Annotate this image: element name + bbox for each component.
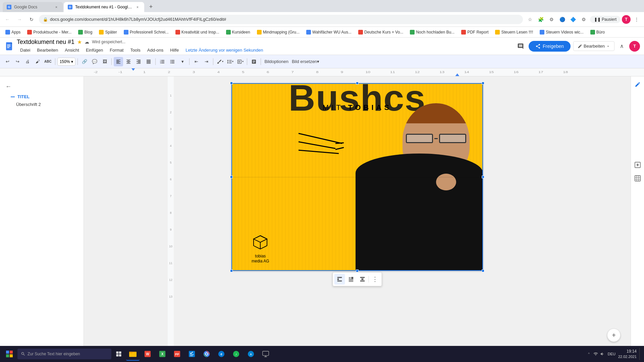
extension-icon-3[interactable]: 🔵 xyxy=(558,15,567,24)
taskbar-explorer-app[interactable] xyxy=(126,347,140,361)
show-desktop-button[interactable] xyxy=(639,348,641,360)
last-changed[interactable]: Letzte Änderung vor wenigen Sekunden xyxy=(182,46,266,54)
img-toolbar-inline-btn[interactable] xyxy=(334,274,345,285)
docs-canvas[interactable]: 1 2 3 4 5 6 7 8 9 10 11 12 13 xyxy=(84,76,631,362)
right-panel-plus-icon[interactable] xyxy=(632,160,643,170)
taskbar-todo-app[interactable] xyxy=(185,347,199,361)
settings-icon[interactable]: ⋮ xyxy=(632,15,641,24)
url-bar[interactable]: 🔒 docs.google.com/document/d/1hUH8k6h7Lb… xyxy=(39,15,523,24)
task-view-button[interactable] xyxy=(113,348,125,360)
bookmark-produktsuche[interactable]: Produktsuche - Mer... xyxy=(24,28,74,36)
taskbar-powerpoint-app[interactable]: PP xyxy=(170,347,184,361)
more-list-button[interactable]: ▾ xyxy=(178,57,187,66)
menu-format[interactable]: Format xyxy=(106,46,127,54)
docs-document-title[interactable]: Textdokument neu #1 xyxy=(17,39,74,46)
bookmark-steuern[interactable]: Steuern Lesen !!!! xyxy=(492,28,536,36)
forward-button[interactable]: → xyxy=(15,15,24,24)
menu-hilfe[interactable]: Hilfe xyxy=(167,46,182,54)
sidebar-überschrift2-item[interactable]: Überschrift 2 xyxy=(0,101,84,108)
spell-check-button[interactable]: ABC xyxy=(43,57,53,66)
tray-network-icon[interactable] xyxy=(593,351,598,357)
taskbar-office-app[interactable]: W xyxy=(141,347,154,361)
align-center-button[interactable] xyxy=(124,57,133,66)
selected-image-container[interactable]: Bushcs MIT TOBIAS xyxy=(231,83,483,271)
cloud-icon[interactable]: ☁ xyxy=(85,39,89,45)
menu-datei[interactable]: Datei xyxy=(17,46,34,54)
numbered-list-button[interactable] xyxy=(158,57,167,66)
sidebar-back-button[interactable]: ← xyxy=(0,80,84,93)
menu-ansicht[interactable]: Ansicht xyxy=(61,46,83,54)
redo-button[interactable]: ↪ xyxy=(13,57,22,66)
zoom-selector[interactable]: 150% ▾ xyxy=(57,58,76,66)
bookmark-pdf[interactable]: PDF Report xyxy=(459,28,491,36)
taskbar-clock[interactable]: 19:14 22.02.2021 xyxy=(618,349,637,359)
print-button[interactable]: 🖨 xyxy=(23,57,32,66)
comment-toolbar-button[interactable]: 💬 xyxy=(90,57,99,66)
highlight-color-button[interactable]: ▾ xyxy=(215,57,225,66)
handle-bl[interactable] xyxy=(230,269,233,272)
taskbar-anki-app[interactable]: A xyxy=(244,347,258,361)
image-toolbar-button[interactable]: 🖼 xyxy=(100,57,109,66)
img-toolbar-more-btn[interactable]: ⋮ xyxy=(370,274,380,285)
start-button[interactable] xyxy=(3,347,16,361)
bookmark-kreativität[interactable]: Kreativität und Insp... xyxy=(173,28,222,36)
float-add-button[interactable]: + xyxy=(607,328,621,342)
language-indicator[interactable]: DEU xyxy=(608,352,615,356)
bullet-list-button[interactable] xyxy=(168,57,177,66)
tab-textdokument[interactable]: D Textdokument neu #1 - Google ... × xyxy=(64,2,144,12)
extension-icon-1[interactable]: 🧩 xyxy=(536,15,546,24)
expand-button[interactable]: ∧ xyxy=(617,42,627,51)
bookmark-steuern-videos[interactable]: Steuern Videos wic... xyxy=(537,28,586,36)
taskbar-excel-app[interactable]: X xyxy=(156,347,169,361)
taskbar-search[interactable]: Zur Suche Text hier eingeben xyxy=(17,349,111,359)
columns-button[interactable]: ▾ xyxy=(235,57,245,66)
tab-google-docs[interactable]: G Google Docs × xyxy=(3,2,63,12)
bookmark-apps[interactable]: Apps xyxy=(3,28,23,36)
bookmark-später[interactable]: Später xyxy=(96,28,119,36)
handle-bm[interactable] xyxy=(356,269,359,272)
handle-br[interactable] xyxy=(482,269,484,272)
bookmark-wahlfächer[interactable]: Wahlfächer WU Aus... xyxy=(304,28,354,36)
img-toolbar-wrap-btn[interactable] xyxy=(346,274,357,285)
line-spacing-button[interactable]: ▾ xyxy=(225,57,235,66)
handle-mr[interactable] xyxy=(482,176,484,178)
paint-format-button[interactable]: 🖌 xyxy=(33,57,42,66)
bookmark-noch[interactable]: Noch hochladen Bu... xyxy=(407,28,457,36)
sidebar-titel-heading[interactable]: TITEL xyxy=(0,93,84,101)
right-panel-table-icon[interactable] xyxy=(632,173,643,184)
edit-mode-button[interactable]: Bearbeiten xyxy=(573,41,614,51)
taskbar-chrome-app[interactable] xyxy=(200,347,213,361)
comments-button[interactable] xyxy=(515,41,526,52)
taskbar-desktop-app[interactable] xyxy=(259,347,272,361)
align-justify-button[interactable] xyxy=(144,57,153,66)
align-left-button[interactable] xyxy=(114,57,123,66)
align-right-button[interactable] xyxy=(134,57,143,66)
handle-ml[interactable] xyxy=(230,176,233,178)
bildoptionen-button[interactable]: Bildoptionen xyxy=(263,57,290,66)
decrease-indent-button[interactable]: ⇤ xyxy=(192,57,201,66)
handle-tl[interactable] xyxy=(230,82,233,84)
bookmark-büro[interactable]: Büro xyxy=(588,28,607,36)
bookmark-blog[interactable]: Blog xyxy=(75,28,95,36)
bookmark-kursideen[interactable]: Kursideen xyxy=(223,28,253,36)
bookmark-star-icon[interactable]: ☆ xyxy=(526,15,535,24)
menu-einfügen[interactable]: Einfügen xyxy=(83,46,106,54)
pause-button[interactable]: ❚❚ Pausiert xyxy=(590,16,621,23)
taskbar-apps-icon-8[interactable]: ♪ xyxy=(229,347,243,361)
bookmark-professionell[interactable]: Professionell Schrei... xyxy=(121,28,171,36)
img-toolbar-break-btn[interactable] xyxy=(357,274,368,285)
handle-tm[interactable] xyxy=(356,82,359,84)
tab-close-2[interactable]: × xyxy=(135,4,140,10)
star-icon[interactable]: ★ xyxy=(77,39,82,45)
user-avatar[interactable]: T xyxy=(629,41,640,52)
taskbar-edge-app[interactable]: e xyxy=(215,347,228,361)
extension-icon-5[interactable]: ⚙ xyxy=(579,15,589,24)
new-tab-button[interactable]: + xyxy=(146,2,156,11)
menu-addons[interactable]: Add-ons xyxy=(144,46,167,54)
bookmark-deutsche[interactable]: Deutsche Kurs + Vo... xyxy=(356,28,406,36)
bild-ersetzen-button[interactable]: Bild ersetzen ▾ xyxy=(290,57,321,66)
extension-icon-2[interactable]: ⚙ xyxy=(547,15,556,24)
link-button[interactable]: 🔗 xyxy=(80,57,89,66)
tab-close-1[interactable]: × xyxy=(54,4,59,10)
account-icon[interactable]: T xyxy=(622,15,631,24)
